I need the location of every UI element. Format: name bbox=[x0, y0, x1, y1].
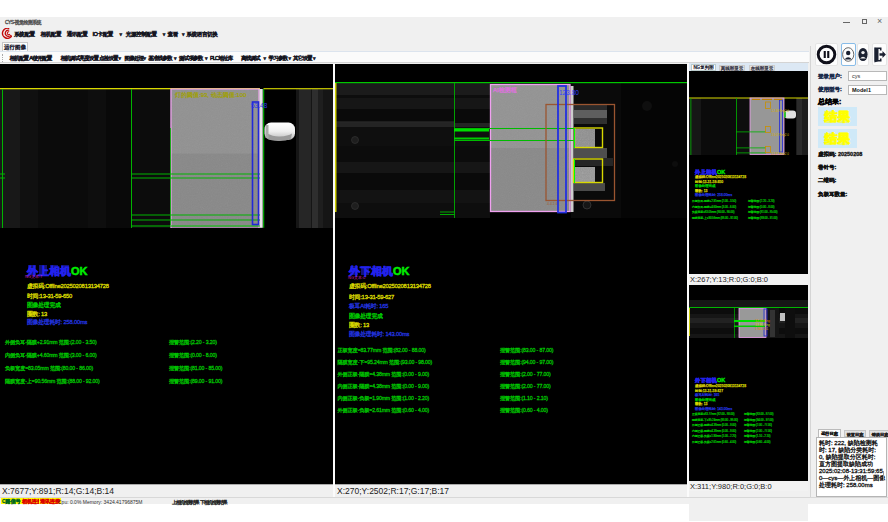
svg-text:4.4 2.6: 4.4 2.6 bbox=[547, 201, 558, 205]
svg-text:AI检测框: AI检测框 bbox=[493, 85, 517, 92]
svg-text:123.80: 123.80 bbox=[559, 89, 579, 96]
svg-text:灯的阈值:93, 动态阈值:100: 灯的阈值:93, 动态阈值:100 bbox=[175, 91, 247, 99]
svg-text:1.90 2.61: 1.90 2.61 bbox=[755, 327, 769, 331]
svg-text:13.07 Rng2.0: 13.07 Rng2.0 bbox=[771, 133, 789, 137]
svg-text:12.40 Rng2.0: 12.40 Rng2.0 bbox=[771, 109, 789, 113]
svg-text:53.48: 53.48 bbox=[251, 101, 268, 108]
svg-text:12.87 Rng2.0: 12.87 Rng2.0 bbox=[771, 152, 789, 155]
